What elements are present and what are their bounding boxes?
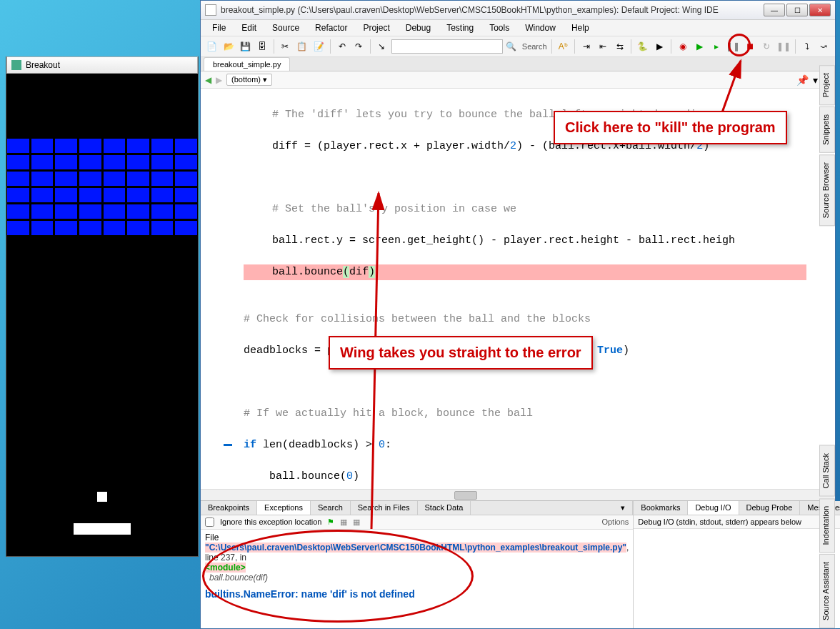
exc-file-path: "C:\Users\paul.craven\Desktop\WebServer\…	[205, 543, 626, 553]
tab-search[interactable]: Search	[311, 501, 351, 515]
paste-icon[interactable]: 📝	[312, 39, 326, 54]
copy-icon[interactable]: 📋	[295, 39, 309, 54]
undo-icon[interactable]: ↶	[335, 39, 349, 54]
dropdown-icon[interactable]: ▾	[813, 74, 818, 86]
side-tab-source-browser[interactable]: Source Browser	[819, 154, 835, 226]
search-input[interactable]	[391, 39, 503, 54]
indent-icon[interactable]: ⇥	[579, 39, 593, 54]
breakpoint-icon[interactable]: ◉	[676, 39, 689, 54]
maximize-button[interactable]: ☐	[786, 4, 808, 16]
toolbar: 📄 📂 💾 🗄 ✂ 📋 📝 ↶ ↷ ↘ 🔍 Search Aᵇ ⇥ ⇤ ⇆ 🐍 …	[201, 36, 835, 57]
debugio-body[interactable]	[634, 529, 840, 628]
callout-straight-to-error: Wing takes you straight to the error	[329, 336, 593, 370]
cut-icon[interactable]: ✂	[279, 39, 292, 54]
side-tab-project[interactable]: Project	[819, 65, 835, 105]
save-all-icon[interactable]: 🗄	[255, 39, 269, 54]
tab-breakpoints[interactable]: Breakpoints	[201, 501, 257, 515]
editor-hscrollbar[interactable]	[201, 489, 835, 500]
new-file-icon[interactable]: 📄	[205, 39, 219, 54]
menu-refactor[interactable]: Refactor	[308, 21, 354, 34]
tab-stack-data[interactable]: Stack Data	[418, 501, 471, 515]
bottom-panels: Breakpoints Exceptions Search Search in …	[201, 500, 835, 628]
menu-edit[interactable]: Edit	[234, 21, 264, 34]
menubar: File Edit Source Refactor Project Debug …	[201, 20, 835, 36]
breakout-paddle-area	[6, 506, 198, 535]
breakout-bricks	[6, 138, 198, 236]
code-area[interactable]: # The 'diff' lets you try to bounce the …	[201, 89, 835, 489]
exc-error-message: builtins.NameError: name 'dif' is not de…	[205, 588, 629, 600]
breakout-titlebar[interactable]: Breakout	[6, 56, 198, 74]
tab-more-left[interactable]: ▾	[614, 501, 633, 515]
tab-debug-probe[interactable]: Debug Probe	[739, 501, 801, 515]
ignore-exception-label: Ignore this exception location	[220, 517, 321, 526]
breakout-game-window: Breakout	[6, 56, 199, 557]
open-file-icon[interactable]: 📂	[221, 39, 235, 54]
search-label: Search	[522, 42, 547, 51]
debugio-message: Debug I/O (stdin, stdout, stderr) appear…	[638, 517, 801, 526]
editor-body: # The 'diff' lets you try to bounce the …	[201, 89, 835, 489]
pin-icon[interactable]: 📌	[796, 74, 809, 86]
nav-forward-icon[interactable]: ▶	[216, 75, 222, 85]
ignore-exception-checkbox[interactable]	[205, 517, 214, 527]
python-icon[interactable]: 🐍	[636, 39, 649, 54]
comment-icon[interactable]: ⇆	[613, 39, 626, 54]
exc-options[interactable]: Options	[601, 517, 629, 526]
exceptions-panel: Breakpoints Exceptions Search Search in …	[201, 501, 634, 628]
ide-titlebar[interactable]: breakout_simple.py (C:\Users\paul.craven…	[201, 1, 835, 20]
goto-icon[interactable]: ↘	[375, 39, 389, 54]
nav-back-icon[interactable]: ◀	[205, 75, 211, 85]
exc-code: ball.bounce(dif)	[205, 573, 268, 583]
menu-window[interactable]: Window	[518, 21, 563, 34]
editor-tabs: breakout_simple.py	[201, 57, 835, 71]
wing-ide-window: breakout_simple.py (C:\Users\paul.craven…	[200, 0, 836, 629]
redo-icon[interactable]: ↷	[351, 39, 365, 54]
editor-tab[interactable]: breakout_simple.py	[204, 57, 290, 71]
side-tab-call-stack[interactable]: Call Stack	[819, 445, 835, 497]
menu-file[interactable]: File	[205, 21, 233, 34]
menu-debug[interactable]: Debug	[399, 21, 438, 34]
wing-app-icon	[205, 4, 216, 16]
save-icon[interactable]: 💾	[239, 39, 252, 54]
debug-pause-icon[interactable]: ❚❚	[726, 39, 740, 54]
exception-body[interactable]: File "C:\Users\paul.craven\Desktop\WebSe…	[201, 530, 633, 628]
menu-testing[interactable]: Testing	[439, 21, 481, 34]
close-button[interactable]: ✕	[809, 4, 831, 16]
side-tabs: Project Snippets Source Browser Call Sta…	[819, 65, 835, 628]
menu-source[interactable]: Source	[265, 21, 306, 34]
breakout-title-text: Breakout	[26, 60, 60, 70]
run-script-icon[interactable]: ▶	[653, 39, 666, 54]
debug-restart-icon[interactable]: ↻	[760, 39, 774, 54]
step-into-icon[interactable]: ⤵	[800, 39, 814, 54]
debug-pause2-icon[interactable]: ❚❚	[776, 39, 791, 54]
tab-exceptions[interactable]: Exceptions	[257, 501, 311, 515]
exc-flag-icon[interactable]: ⚑	[327, 517, 334, 527]
breakout-paddle	[74, 523, 131, 535]
dedent-icon[interactable]: ⇤	[596, 39, 609, 54]
nav-scope-combo[interactable]: (bottom) ▾	[226, 74, 272, 86]
side-tab-snippets[interactable]: Snippets	[819, 107, 835, 153]
tab-search-in-files[interactable]: Search in Files	[351, 501, 418, 515]
exc-grid-icon[interactable]: ▦	[340, 517, 347, 527]
spellcheck-icon[interactable]: Aᵇ	[556, 39, 570, 54]
tab-bookmarks[interactable]: Bookmarks	[634, 501, 688, 515]
exc-grid2-icon[interactable]: ▦	[353, 517, 360, 527]
menu-tools[interactable]: Tools	[482, 21, 516, 34]
breakout-ball	[97, 492, 107, 502]
menu-help[interactable]: Help	[564, 21, 596, 34]
exc-module: <module>	[205, 563, 246, 573]
breakout-app-icon	[11, 60, 21, 70]
ide-title-text: breakout_simple.py (C:\Users\paul.craven…	[221, 5, 759, 15]
debugio-panel: Bookmarks Debug I/O Debug Probe Messages…	[634, 501, 840, 628]
editor-nav: ◀ ▶ (bottom) ▾ 📌 ▾ ✕	[201, 71, 835, 89]
debug-stop-icon[interactable]: ■	[743, 39, 756, 54]
side-tab-indentation[interactable]: Indentation	[819, 498, 835, 553]
menu-project[interactable]: Project	[356, 21, 396, 34]
step-over-icon[interactable]: ⤻	[817, 39, 831, 54]
minimize-button[interactable]: —	[764, 4, 785, 16]
debug-continue-icon[interactable]: ▸	[709, 39, 723, 54]
search-icon[interactable]: 🔍	[506, 41, 516, 51]
callout-kill-program: Click here to "kill" the program	[554, 111, 787, 144]
debug-run-icon[interactable]: ▶	[692, 39, 706, 54]
tab-debug-io[interactable]: Debug I/O	[688, 501, 739, 515]
side-tab-source-assistant[interactable]: Source Assistant	[819, 554, 835, 628]
